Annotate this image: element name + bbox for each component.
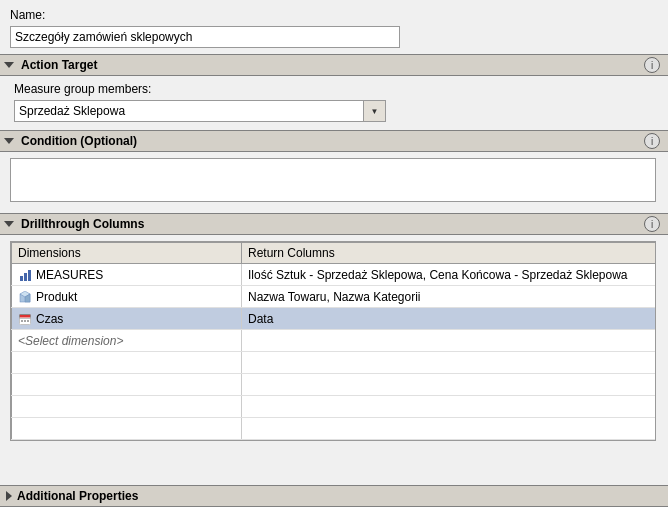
action-target-title: Action Target: [21, 58, 97, 72]
action-target-arrow: [6, 60, 16, 70]
empty-cell: [242, 352, 657, 374]
empty-cell: [12, 418, 242, 440]
empty-cell: [242, 396, 657, 418]
drillthrough-arrow-down-icon: [4, 221, 14, 227]
action-target-header[interactable]: Action Target i: [0, 54, 668, 76]
empty-cell: [12, 440, 242, 442]
dimension-cell: MEASURES: [12, 264, 242, 286]
table-row[interactable]: <Select dimension>: [12, 330, 657, 352]
dim-cell-measures: MEASURES: [18, 268, 235, 282]
condition-textarea[interactable]: [10, 158, 656, 202]
empty-cell: [12, 396, 242, 418]
empty-cell: [12, 352, 242, 374]
produkt-label: Produkt: [36, 290, 77, 304]
additional-properties-arrow: [6, 491, 12, 501]
action-target-content: Measure group members: Sprzedaż Sklepowa: [0, 76, 668, 130]
table-row: [12, 352, 657, 374]
produkt-return-value: Nazwa Towaru, Nazwa Kategorii: [248, 290, 421, 304]
table-row: [12, 440, 657, 442]
name-section: Name:: [0, 0, 668, 54]
bar1: [20, 276, 23, 281]
drillthrough-content: Dimensions Return Columns: [0, 235, 668, 485]
additional-properties-header[interactable]: Additional Properties: [0, 485, 668, 507]
table-row[interactable]: Produkt Nazwa Towaru, Nazwa Kategorii: [12, 286, 657, 308]
select-dimension-cell: <Select dimension>: [12, 330, 242, 352]
condition-content: [0, 152, 668, 213]
condition-arrow-down-icon: [4, 138, 14, 144]
empty-cell: [242, 418, 657, 440]
table-row[interactable]: Czas Data: [12, 308, 657, 330]
produkt-icon: [18, 290, 32, 304]
drillthrough-table-area: Dimensions Return Columns: [10, 241, 656, 441]
drillthrough-header[interactable]: Drillthrough Columns i: [0, 213, 668, 235]
additional-properties-title: Additional Properties: [17, 489, 138, 503]
name-input[interactable]: [10, 26, 400, 48]
dim-cell-produkt: Produkt: [18, 290, 235, 304]
czas-label: Czas: [36, 312, 63, 326]
return-columns-empty-cell: [242, 330, 657, 352]
table-row: [12, 418, 657, 440]
table-header-row: Dimensions Return Columns: [12, 243, 657, 264]
bar-chart-icon: [20, 269, 31, 281]
dimension-cell: Czas: [12, 308, 242, 330]
col-return-header: Return Columns: [242, 243, 657, 264]
select-dimension-label: <Select dimension>: [18, 334, 123, 348]
svg-point-7: [21, 320, 23, 322]
table-row[interactable]: MEASURES Ilość Sztuk - Sprzedaż Sklepowa…: [12, 264, 657, 286]
condition-title: Condition (Optional): [21, 134, 137, 148]
drillthrough-info-icon[interactable]: i: [644, 216, 660, 232]
cube-icon: [19, 291, 31, 303]
measure-group-label: Measure group members:: [14, 82, 654, 96]
table-row: [12, 374, 657, 396]
svg-point-9: [27, 320, 29, 322]
drillthrough-table: Dimensions Return Columns: [11, 242, 656, 441]
condition-arrow: [6, 136, 16, 146]
table-row: [12, 396, 657, 418]
measures-return-value: Ilość Sztuk - Sprzedaż Sklepowa, Cena Ko…: [248, 268, 628, 282]
empty-cell: [242, 374, 657, 396]
action-target-info-icon[interactable]: i: [644, 57, 660, 73]
condition-header[interactable]: Condition (Optional) i: [0, 130, 668, 152]
return-columns-cell: Nazwa Towaru, Nazwa Kategorii: [242, 286, 657, 308]
drillthrough-title: Drillthrough Columns: [21, 217, 144, 231]
calendar-icon: [19, 313, 31, 325]
empty-cell: [12, 374, 242, 396]
bar3: [28, 270, 31, 281]
page-container: Name: Action Target i Measure group memb…: [0, 0, 668, 507]
condition-info-icon[interactable]: i: [644, 133, 660, 149]
empty-cell: [242, 440, 657, 442]
return-columns-cell: Ilość Sztuk - Sprzedaż Sklepowa, Cena Ko…: [242, 264, 657, 286]
return-columns-cell: Data: [242, 308, 657, 330]
svg-point-8: [24, 320, 26, 322]
measure-select-container: Sprzedaż Sklepowa: [14, 100, 654, 122]
dim-cell-czas: Czas: [18, 312, 235, 326]
dimension-cell: Produkt: [12, 286, 242, 308]
arrow-down-icon: [4, 62, 14, 68]
measures-icon: [18, 268, 32, 282]
select-dropdown-button[interactable]: [364, 100, 386, 122]
additional-properties-section: Additional Properties: [0, 485, 668, 507]
drillthrough-arrow: [6, 219, 16, 229]
bar2: [24, 273, 27, 281]
czas-return-value: Data: [248, 312, 273, 326]
col-dimensions-header: Dimensions: [12, 243, 242, 264]
measures-label: MEASURES: [36, 268, 103, 282]
name-label: Name:: [10, 8, 658, 22]
czas-icon: [18, 312, 32, 326]
measure-group-select[interactable]: Sprzedaż Sklepowa: [14, 100, 364, 122]
